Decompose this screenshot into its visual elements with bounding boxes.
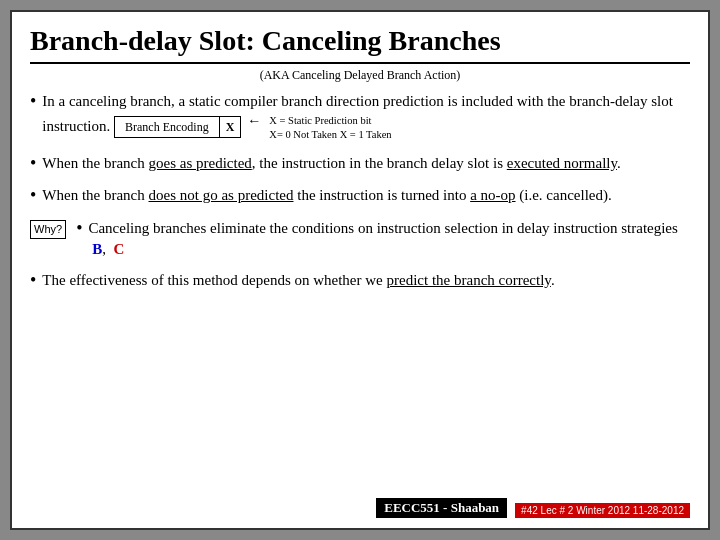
encoding-diagram: Branch Encoding X ← X = Static Predictio… [114,114,392,143]
underline-goes-predicted: goes as predicted [149,155,252,171]
underline-no-op: a no-op [470,187,515,203]
bullet-marker-5: • [30,269,36,292]
bullet-marker-1: • [30,90,36,113]
bullet-marker-2: • [30,152,36,175]
bullet-item-1: • In a canceling branch, a static compil… [30,91,690,143]
bullet-text-4: Canceling branches eliminate the conditi… [88,218,690,260]
encoding-note-1: X = Static Prediction bit [269,114,391,129]
slide-content: • In a canceling branch, a static compil… [30,91,690,492]
bullet-text-3: When the branch does not go as predicted… [42,185,690,206]
encoding-notes: X = Static Prediction bit X= 0 Not Taken… [269,114,391,143]
branch-encoding-x: X [220,116,242,139]
branch-encoding-label: Branch Encoding [114,116,220,139]
bullet-text-1: In a canceling branch, a static compiler… [42,91,690,143]
bullet-marker-3: • [30,184,36,207]
colored-c: C [113,241,124,257]
colored-b: B [92,241,102,257]
slide: Branch-delay Slot: Canceling Branches (A… [10,10,710,530]
encoding-box: Branch Encoding X [114,116,241,139]
bullet-item-4: Why? • Canceling branches eliminate the … [30,218,690,260]
footer-badge: EECC551 - Shaaban [376,498,507,518]
slide-footer: EECC551 - Shaaban #42 Lec # 2 Winter 201… [30,498,690,518]
underline-not-predicted: does not go as predicted [149,187,294,203]
footer-info: #42 Lec # 2 Winter 2012 11-28-2012 [515,503,690,518]
underline-executed-normally: executed normally [507,155,617,171]
why-label: Why? [30,220,66,239]
bullet-text-2: When the branch goes as predicted, the i… [42,153,690,174]
underline-predict: predict the branch correctly [387,272,551,288]
arrow-icon: ← [247,114,261,128]
slide-subtitle: (AKA Canceling Delayed Branch Action) [30,68,690,83]
bullet-item-3: • When the branch does not go as predict… [30,185,690,207]
bullet-text-5: The effectiveness of this method depends… [42,270,690,291]
bullet-marker-4: • [76,217,82,240]
bullet-item-2: • When the branch goes as predicted, the… [30,153,690,175]
slide-title: Branch-delay Slot: Canceling Branches [30,24,690,64]
bullet-item-5: • The effectiveness of this method depen… [30,270,690,292]
encoding-note-2: X= 0 Not Taken X = 1 Taken [269,128,391,143]
arrow-connector: ← [247,114,261,128]
